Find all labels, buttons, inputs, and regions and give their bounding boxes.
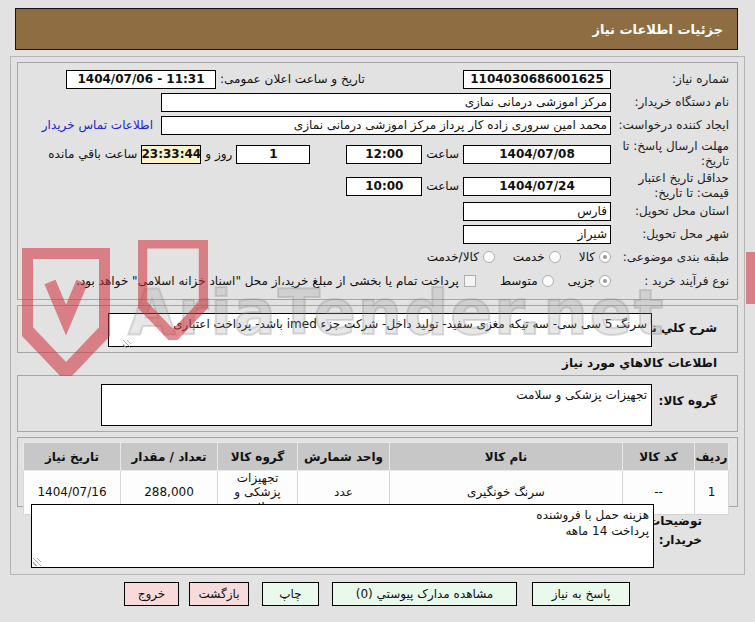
city-field[interactable]: شیراز [463, 225, 611, 244]
table-header-row: ردیف کد کالا نام کالا واحد شمارش گروه کا… [24, 443, 729, 471]
category-goods-label: کالا [579, 250, 595, 264]
watermark-fragment [746, 252, 755, 304]
city-label: شهر محل تحویل: [611, 227, 729, 242]
row-city: شهر محل تحویل: شیراز [24, 224, 729, 244]
col-unit: واحد شمارش [298, 443, 390, 471]
need-number-label: شماره نیاز: [611, 72, 729, 87]
window-title: جزئیات اطلاعات نیاز [15, 8, 738, 50]
row-creator: ایجاد کننده درخواست: محمد امین سروری زاد… [24, 115, 729, 135]
print-button[interactable]: چاپ [262, 582, 319, 606]
need-description-textarea[interactable]: سرنگ 5 سی سی- سه تیکه مغزی سفید- تولید د… [108, 313, 652, 347]
days-and-label: روز و [205, 147, 232, 161]
action-buttons: پاسخ به نیاز مشاهده مدارک پیوستي (0) چاپ… [124, 582, 630, 606]
validity-hour-label: ساعت [426, 179, 459, 193]
respond-button[interactable]: پاسخ به نیاز [532, 582, 630, 606]
col-item-code: کد کالا [623, 443, 695, 471]
process-medium-radio[interactable] [542, 275, 554, 287]
row-response-deadline: مهلت ارسال پاسخ: تا تاریخ: 1404/07/08 سا… [24, 138, 729, 170]
row-category: طبقه بندی موضوعی: کالا خدمت کالا/خدمت [24, 248, 729, 266]
buyer-contact-link[interactable]: اطلاعات تماس خریدار [42, 118, 153, 132]
category-goods-radio[interactable] [599, 251, 611, 263]
resize-grip-icon [33, 558, 41, 566]
resize-grip-icon [123, 340, 131, 348]
province-field[interactable]: فارس [463, 202, 611, 221]
deadline-hour-label: ساعت [426, 147, 459, 161]
category-service-radio[interactable] [549, 251, 561, 263]
col-item-group: گروه کالا [218, 443, 298, 471]
view-attachments-button[interactable]: مشاهده مدارک پیوستي (0) [332, 582, 517, 606]
publish-datetime-field[interactable]: 1404/07/06 - 11:31 [66, 70, 216, 89]
creator-field[interactable]: محمد امین سروری زاده کار پرداز مرکز اموز… [161, 116, 611, 135]
category-goods-service-radio[interactable] [483, 251, 495, 263]
cell-row-number: 1 [695, 471, 729, 515]
treasury-checkbox[interactable] [464, 275, 476, 287]
items-section-title: اطلاعات کالاهاي مورد نیاز [562, 356, 717, 370]
creator-label: ایجاد کننده درخواست: [611, 118, 729, 133]
col-item-name: نام کالا [390, 443, 623, 471]
buyer-org-label: نام دستگاه خریدار: [611, 95, 729, 110]
need-number-field[interactable]: 1104030686001625 [463, 70, 611, 89]
treasury-note: پرداخت تمام یا بخشی از مبلغ خرید،از محل … [76, 274, 459, 288]
response-deadline-date-field[interactable]: 1404/07/08 [463, 145, 611, 164]
price-validity-time-field[interactable]: 10:00 [346, 177, 422, 196]
province-label: استان محل تحویل: [611, 204, 729, 219]
days-remaining-field[interactable]: 1 [236, 145, 310, 164]
need-info-section: شماره نیاز: 1104030686001625 تاریخ و ساع… [17, 62, 738, 300]
category-goods-service-label: کالا/خدمت [427, 250, 479, 264]
process-minor-label: جزیی [568, 274, 595, 288]
col-quantity: تعداد / مقدار [121, 443, 218, 471]
back-button[interactable]: بازگشت [189, 582, 249, 606]
hours-remaining-label: ساعت باقي مانده [48, 147, 137, 161]
response-deadline-label: مهلت ارسال پاسخ: تا تاریخ: [611, 139, 729, 169]
response-deadline-time-field[interactable]: 12:00 [346, 145, 422, 164]
row-need-number: شماره نیاز: 1104030686001625 تاریخ و ساع… [24, 69, 729, 89]
countdown-timer: 23:33:44 [141, 145, 201, 164]
row-process-type: نوع فرآیند خرید : جزیی متوسط پرداخت تمام… [24, 272, 729, 290]
buyer-org-field[interactable]: مرکز اموزشی درمانی نمازی [161, 93, 611, 112]
row-price-validity: حداقل تاریخ اعتبار قیمت: تا تاریخ: 1404/… [24, 170, 729, 202]
items-table-section: ردیف کد کالا نام کالا واحد شمارش گروه کا… [17, 437, 738, 507]
row-buyer-org: نام دستگاه خریدار: مرکز اموزشی درمانی نم… [24, 92, 729, 112]
need-description-section: شرح كلي نیاز: سرنگ 5 سی سی- سه تیکه مغزی… [17, 305, 738, 353]
col-row-number: ردیف [695, 443, 729, 471]
buyer-notes-textarea[interactable]: هزینه حمل با فروشنده پرداخت 14 ماهه [31, 504, 654, 568]
item-group-textarea[interactable]: تجهیزات پزشکی و سلامت [101, 384, 652, 426]
price-validity-date-field[interactable]: 1404/07/24 [463, 177, 611, 196]
process-minor-radio[interactable] [599, 275, 611, 287]
col-need-date: تاریخ نیاز [24, 443, 121, 471]
category-service-label: خدمت [513, 250, 545, 264]
exit-button[interactable]: خروج [124, 582, 179, 606]
price-validity-label: حداقل تاریخ اعتبار قیمت: تا تاریخ: [611, 171, 729, 201]
need-details-window: جزئیات اطلاعات نیاز شماره نیاز: 11040306… [0, 0, 755, 622]
process-medium-label: متوسط [500, 274, 538, 288]
category-label: طبقه بندی موضوعی: [611, 250, 729, 265]
item-group-section: گروه کالا: تجهیزات پزشکی و سلامت [17, 375, 738, 432]
process-type-label: نوع فرآیند خرید : [611, 274, 729, 289]
publish-datetime-label: تاریخ و ساعت اعلان عمومی: [220, 72, 365, 86]
item-group-label: گروه کالا: [659, 394, 717, 408]
row-province: استان محل تحویل: فارس [24, 201, 729, 221]
